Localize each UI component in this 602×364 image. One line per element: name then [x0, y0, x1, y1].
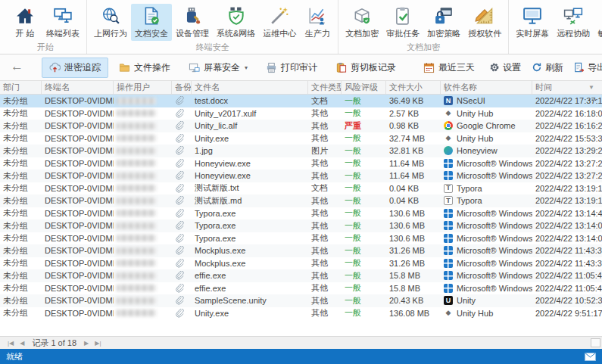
cell-risk: 一般	[342, 244, 386, 257]
table-row[interactable]: 未分组DESKTOP-0VIDMDJUnity.exe其他一般136.08 MB…	[0, 307, 602, 320]
table-row[interactable]: 未分组DESKTOP-0VIDMDJUnity.exe其他一般32.74 MB◆…	[0, 132, 602, 145]
col-header-software[interactable]: 软件名称	[441, 81, 532, 94]
ribbon-item-terminal-list[interactable]: 终端列表	[42, 4, 83, 41]
cell-backup[interactable]	[172, 207, 192, 220]
cell-operator-redacted	[114, 269, 172, 282]
cell-backup[interactable]	[172, 194, 192, 207]
cell-backup[interactable]	[172, 170, 192, 182]
col-header-filename[interactable]: 文件名	[192, 81, 308, 94]
table-row[interactable]: 未分组DESKTOP-0VIDMDJMockplus.exe其他一般31.26 …	[0, 257, 602, 270]
cell-backup[interactable]	[172, 107, 192, 120]
cell-backup[interactable]	[172, 182, 192, 195]
pager-next-button[interactable]: ▶	[81, 340, 92, 347]
table-row[interactable]: 未分组DESKTOP-0VIDMDJTypora.exe其他一般130.6 MB…	[0, 219, 602, 232]
cell-department: 未分组	[0, 294, 42, 307]
table-row[interactable]: 未分组DESKTOP-0VIDMDJHoneyview.exe其他一般11.64…	[0, 157, 602, 170]
tab-print-audit[interactable]: 打印审计	[258, 58, 325, 78]
table-row[interactable]: 未分组DESKTOP-0VIDMDJHoneyview.exe其他一般11.64…	[0, 170, 602, 182]
cell-backup[interactable]	[172, 282, 192, 295]
cell-backup[interactable]	[172, 307, 192, 320]
table-row[interactable]: 未分组DESKTOP-0VIDMDJ1.jpg图片一般32.81 KBHoney…	[0, 145, 602, 157]
terminal-list-icon	[53, 6, 73, 26]
table-row[interactable]: 未分组DESKTOP-0VIDMDJMockplus.exe其他一般31.26 …	[0, 244, 602, 257]
table-row[interactable]: 未分组DESKTOP-0VIDMDJUnity_lic.alf其他严重0.98 …	[0, 120, 602, 132]
ribbon-item-system-network[interactable]: 系统&网络	[213, 4, 259, 41]
table-row[interactable]: 未分组DESKTOP-0VIDMDJ测试新版.txt文档一般0.04 KBTTy…	[0, 182, 602, 195]
col-header-time[interactable]: 时间 ▼	[532, 81, 602, 94]
back-button[interactable]: ←	[6, 59, 31, 76]
table-row[interactable]: 未分组DESKTOP-0VIDMDJTypora.exe其他一般130.6 MB…	[0, 232, 602, 245]
table-row[interactable]: 未分组DESKTOP-0VIDMDJeffie.exe其他一般15.8 MBMi…	[0, 282, 602, 295]
cell-backup[interactable]	[172, 244, 192, 257]
col-header-terminal[interactable]: 终端名	[42, 81, 114, 94]
col-header-risk[interactable]: 风险评级	[342, 81, 386, 94]
row-actions-ellipsis[interactable]: ⋯	[588, 95, 597, 105]
cell-filesize: 130.6 MB	[386, 232, 441, 245]
cell-department: 未分组	[0, 182, 42, 195]
ribbon-item-home[interactable]: 开 始	[8, 4, 42, 41]
cell-filetype: 其他	[308, 194, 342, 207]
cell-backup[interactable]	[172, 95, 192, 107]
ribbon-item-document-security[interactable]: 文档安全	[131, 4, 172, 41]
col-header-backup[interactable]: 备份	[172, 81, 192, 94]
tab-file-operations[interactable]: 文件操作	[111, 58, 178, 78]
pager-first-button[interactable]: |◀	[5, 340, 17, 347]
cell-software: ◆Unity Hub	[441, 307, 532, 320]
ribbon-item-realtime-screen[interactable]: 实时屏幕	[512, 4, 553, 41]
pager-last-button[interactable]: ▶|	[92, 340, 104, 347]
ruler-pencil-icon	[475, 6, 494, 26]
table-row[interactable]: 未分组DESKTOP-0VIDMDJ测试新版.md其他一般0.04 KBTTyp…	[0, 194, 602, 207]
ribbon-item-web-behavior[interactable]: 上网行为	[90, 4, 131, 41]
cell-terminal: DESKTOP-0VIDMDJ	[42, 132, 114, 145]
table-row[interactable]: 未分组DESKTOP-0VIDMDJtest.docx文档一般36.49 KBN…	[0, 95, 602, 107]
cell-backup[interactable]	[172, 294, 192, 307]
cell-software: TTypora	[441, 194, 532, 207]
cell-terminal: DESKTOP-0VIDMDJ	[42, 294, 114, 307]
ribbon-item-ops-center[interactable]: 运维中心	[259, 4, 300, 41]
cell-risk: 一般	[342, 157, 386, 170]
ribbon-item-licensed-software[interactable]: 授权软件	[464, 4, 505, 41]
scrollbar-stub[interactable]	[591, 338, 600, 347]
ribbon-item-sensitive-scan[interactable]: 敏感内容扫描	[594, 4, 602, 41]
col-header-department[interactable]: 部门	[0, 81, 42, 94]
cell-backup[interactable]	[172, 232, 192, 245]
cell-backup[interactable]	[172, 157, 192, 170]
date-range-filter[interactable]: 最近三天	[416, 58, 482, 78]
cell-backup[interactable]	[172, 120, 192, 132]
cell-time: 2022/4/22 10:52:31	[532, 294, 602, 307]
redacted-text	[117, 247, 156, 254]
table-row[interactable]: 未分组DESKTOP-0VIDMDJSampleScene.unity其他一般2…	[0, 294, 602, 307]
cell-backup[interactable]	[172, 145, 192, 157]
table-row[interactable]: 未分组DESKTOP-0VIDMDJTypora.exe其他一般130.6 MB…	[0, 207, 602, 220]
cell-department: 未分组	[0, 232, 42, 245]
printer-icon	[266, 62, 277, 73]
ribbon-item-approval-tasks[interactable]: 审批任务	[382, 4, 423, 41]
ribbon-item-doc-encrypt[interactable]: 文档加密	[342, 4, 382, 41]
export-button[interactable]: 导出	[569, 59, 602, 76]
cell-backup[interactable]	[172, 219, 192, 232]
table-row[interactable]: 未分组DESKTOP-0VIDMDJUnity_v2017.xulf其他一般2.…	[0, 107, 602, 120]
tab-leak-trace[interactable]: 泄密追踪	[42, 58, 108, 78]
settings-button[interactable]: 设置	[484, 59, 526, 76]
ribbon-item-device-management[interactable]: 设备管理	[172, 4, 213, 41]
sort-arrow-icon[interactable]: ▼	[588, 84, 594, 91]
cell-backup[interactable]	[172, 132, 192, 145]
pager-prev-button[interactable]: ◀	[17, 340, 27, 347]
typora-icon: T	[444, 196, 453, 205]
col-header-operator[interactable]: 操作用户	[114, 81, 172, 94]
ribbon-item-remote-assist[interactable]: 远程协助	[553, 4, 594, 41]
cell-software: Microsoft® Windows® Oper...	[441, 207, 532, 220]
ribbon-item-encrypt-policy[interactable]: 加密策略	[423, 4, 464, 41]
cell-filesize: 31.26 MB	[386, 257, 441, 270]
tab-screen-security[interactable]: 屏幕安全 ▾	[181, 58, 255, 78]
col-header-filesize[interactable]: 文件大小	[386, 81, 441, 94]
cell-risk: 一般	[342, 170, 386, 182]
cell-backup[interactable]	[172, 269, 192, 282]
cell-backup[interactable]	[172, 257, 192, 270]
message-envelope-icon[interactable]	[585, 353, 596, 361]
ribbon-item-productivity[interactable]: 生产力	[300, 4, 335, 41]
tab-clipboard-records[interactable]: 剪切板记录	[328, 58, 404, 78]
refresh-button[interactable]: 刷新	[526, 59, 569, 76]
table-row[interactable]: 未分组DESKTOP-0VIDMDJeffie.exe其他一般15.8 MBMi…	[0, 269, 602, 282]
col-header-filetype[interactable]: 文件类型	[308, 81, 342, 94]
